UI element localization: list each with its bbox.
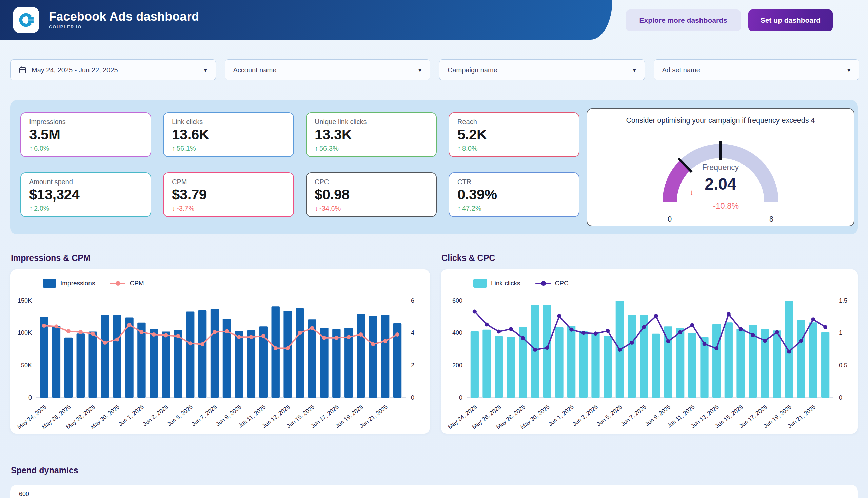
- bar: [89, 332, 97, 397]
- left-axis-tick: 150K: [18, 298, 32, 304]
- legend-item-impressions[interactable]: Impressions: [43, 279, 95, 288]
- kpi-card-unique-link-clicks: Unique link clicks 13.3K ↑56.3%: [306, 112, 437, 157]
- chart-legend: Link clicksCPC: [473, 279, 858, 288]
- legend-item-link-clicks[interactable]: Link clicks: [473, 279, 520, 288]
- line-dot: [799, 339, 803, 343]
- bar: [676, 328, 684, 397]
- bar: [296, 309, 304, 397]
- x-axis-tick: Jun 1, 2025: [117, 404, 145, 428]
- date-range-value: May 24, 2025 - Jun 22, 2025: [31, 66, 118, 74]
- line-dot: [521, 336, 525, 340]
- campaign-name-filter[interactable]: Campaign name ▼: [439, 60, 645, 80]
- line-dot: [103, 341, 107, 345]
- line-dot: [237, 335, 241, 339]
- line-dot: [485, 323, 489, 327]
- left-axis-tick: 100K: [18, 329, 32, 336]
- legend-label: CPC: [555, 279, 569, 287]
- x-axis-tick: Jun 7, 2025: [620, 404, 647, 428]
- right-axis-tick: 0: [839, 394, 842, 401]
- frequency-gauge: 08Frequency2.04↓-10.8%: [641, 123, 800, 225]
- line-dot: [371, 342, 375, 346]
- line-dot: [703, 342, 707, 346]
- line-dot: [54, 324, 58, 328]
- bar: [471, 331, 479, 397]
- clicks-cpc-section-title: Clicks & CPC: [441, 253, 495, 263]
- kpi-value: $0.98: [315, 187, 428, 203]
- line-dot: [642, 325, 646, 329]
- left-axis-tick: 0: [28, 394, 32, 401]
- account-name-filter[interactable]: Account name ▼: [225, 60, 431, 80]
- line-dot: [200, 342, 204, 346]
- bar: [809, 322, 817, 397]
- kpi-delta: ↑47.2%: [457, 205, 571, 212]
- clicks-cpc-chart: 020040060000.511.5May 24, 2025May 26, 20…: [441, 298, 858, 429]
- chevron-down-icon: ▼: [846, 67, 851, 73]
- page-title: Facebook Ads dashboard: [49, 10, 199, 23]
- right-axis-tick: 4: [411, 329, 414, 336]
- line-dot: [322, 336, 326, 340]
- right-axis-tick: 1: [839, 329, 842, 336]
- kpi-label: CTR: [457, 178, 571, 186]
- kpi-value: 0.39%: [457, 187, 571, 203]
- calendar-icon: [19, 66, 27, 74]
- bar: [482, 330, 491, 397]
- x-axis-tick: Jun 3, 2025: [571, 404, 599, 428]
- bar: [543, 305, 551, 397]
- bar: [381, 315, 389, 397]
- line-dot: [91, 332, 95, 336]
- kpi-delta: ↓-3.7%: [172, 205, 285, 212]
- delta-arrow-icon: ↑: [315, 145, 318, 152]
- line-dot: [787, 350, 791, 354]
- left-axis-tick: 200: [452, 362, 463, 369]
- line-dot: [249, 335, 253, 339]
- bar: [369, 316, 377, 397]
- bar: [162, 332, 170, 397]
- date-range-filter[interactable]: May 24, 2025 - Jun 22, 2025 ▼: [10, 60, 216, 80]
- right-axis-tick: 2: [411, 362, 414, 369]
- delta-arrow-icon: ↓: [315, 205, 318, 212]
- delta-arrow-icon: ↑: [29, 145, 32, 152]
- kpi-card-cpm: CPM $3.79 ↓-3.7%: [163, 172, 294, 217]
- gauge-metric-label: Frequency: [702, 163, 739, 172]
- delta-arrow-icon: ↓: [690, 187, 694, 197]
- kpi-delta: ↑56.1%: [172, 145, 285, 152]
- legend-label: CPM: [130, 279, 144, 287]
- kpi-value: 5.2K: [457, 127, 571, 143]
- bar: [186, 311, 194, 397]
- x-axis-tick: Jun 1, 2025: [547, 404, 575, 428]
- line-dot: [164, 333, 168, 337]
- gauge-delta: -10.8%: [713, 201, 739, 210]
- line-dot: [66, 329, 70, 333]
- kpi-value: $13,324: [29, 187, 143, 203]
- bar: [664, 326, 672, 397]
- chart-legend: ImpressionsCPM: [43, 279, 430, 288]
- bar: [773, 330, 781, 397]
- set-up-dashboard-button[interactable]: Set up dashboard: [748, 10, 833, 31]
- bar: [495, 336, 503, 397]
- x-axis-tick: Jun 7, 2025: [190, 404, 218, 428]
- impressions-cpm-chart-card: ImpressionsCPM 050K100K150K0246May 24, 2…: [10, 270, 430, 434]
- bar: [797, 320, 805, 397]
- legend-item-cpm[interactable]: CPM: [110, 279, 144, 287]
- legend-line-dot: [116, 281, 120, 286]
- explore-more-dashboards-button[interactable]: Explore more dashboards: [626, 10, 741, 31]
- left-axis-tick: 50K: [21, 362, 32, 369]
- right-axis-tick: 0.5: [839, 362, 847, 369]
- ad-set-name-filter[interactable]: Ad set name ▼: [654, 60, 859, 80]
- line-dot: [763, 339, 767, 343]
- line-dot: [715, 346, 719, 351]
- line-dot: [497, 330, 501, 334]
- kpi-label: CPC: [315, 178, 428, 186]
- bar: [149, 329, 158, 397]
- legend-label: Link clicks: [491, 279, 520, 287]
- line-dot: [310, 326, 314, 330]
- kpi-label: Link clicks: [172, 118, 285, 126]
- legend-item-cpc[interactable]: CPC: [535, 279, 569, 287]
- line-dot: [775, 330, 779, 334]
- ad-set-name-value: Ad set name: [662, 66, 700, 74]
- legend-line-dot: [541, 281, 546, 286]
- kpi-card-reach: Reach 5.2K ↑8.0%: [449, 112, 579, 157]
- legend-bar-swatch: [473, 279, 487, 288]
- bar: [283, 311, 292, 397]
- line-path: [44, 325, 397, 349]
